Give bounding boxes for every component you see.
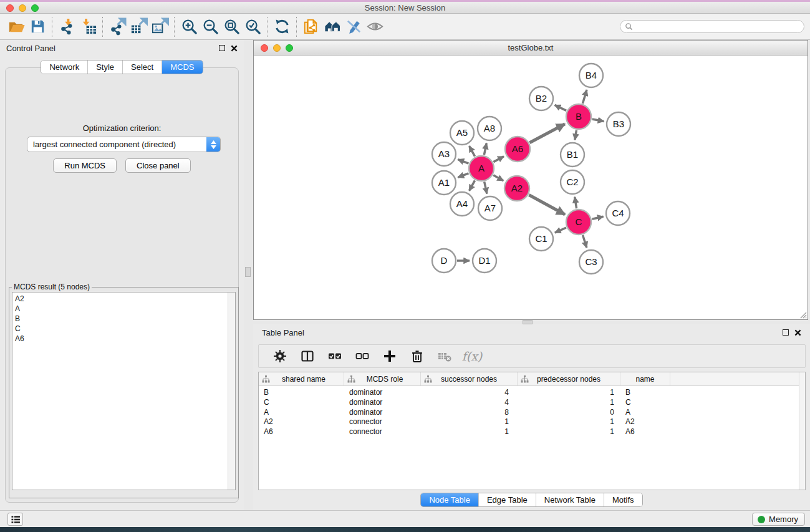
float-panel-icon[interactable] (783, 329, 789, 336)
export-table-button[interactable] (128, 17, 149, 37)
mcds-result-list[interactable]: A2ABCA6 (12, 292, 236, 490)
tab-network-table[interactable]: Network Table (536, 493, 604, 506)
zoom-traffic-light[interactable] (286, 44, 293, 52)
open-session-button[interactable] (6, 17, 27, 37)
result-item[interactable]: B (15, 314, 235, 324)
table-row[interactable]: A6connector11A6 (259, 427, 805, 437)
column-header-mcds-role[interactable]: MCDS role (344, 372, 421, 385)
zoom-selected-button[interactable] (242, 17, 263, 37)
close-traffic-light[interactable] (6, 4, 14, 12)
edge-A-A3[interactable] (458, 160, 468, 164)
result-item[interactable]: A2 (15, 294, 235, 304)
table-row[interactable]: Cdominator41C (259, 398, 805, 408)
task-history-button[interactable] (7, 513, 23, 526)
edge-A-A7[interactable] (485, 181, 487, 193)
node-D1[interactable]: D1 (473, 249, 496, 273)
node-A3[interactable]: A3 (432, 142, 456, 166)
table-row[interactable]: Bdominator41B (259, 388, 805, 398)
tab-style[interactable]: Style (87, 60, 122, 74)
add-column-button[interactable] (376, 347, 403, 365)
edge-B-B1[interactable] (575, 130, 577, 140)
table-scrollbar[interactable] (799, 372, 805, 490)
delete-column-button[interactable] (403, 347, 431, 365)
result-item[interactable]: A6 (15, 334, 235, 344)
edge-B-B4[interactable] (582, 90, 587, 104)
edge-B-B3[interactable] (592, 119, 604, 122)
zoom-fit-button[interactable] (221, 17, 242, 37)
export-image-button[interactable] (149, 17, 170, 37)
node-B4[interactable]: B4 (579, 64, 603, 87)
tab-network[interactable]: Network (41, 60, 87, 74)
search-field[interactable] (620, 20, 804, 33)
node-A8[interactable]: A8 (478, 117, 501, 140)
column-header-successor-nodes[interactable]: successor nodes (421, 372, 518, 385)
node-A4[interactable]: A4 (450, 192, 474, 216)
edge-A2-C[interactable] (529, 195, 565, 215)
node-C3[interactable]: C3 (579, 250, 603, 274)
node-D[interactable]: D (432, 249, 456, 273)
vertical-splitter-handle[interactable] (245, 267, 251, 277)
column-header-predecessor-nodes[interactable]: predecessor nodes (518, 372, 620, 385)
edge-A-A4[interactable] (469, 180, 475, 191)
node-A1[interactable]: A1 (432, 171, 456, 195)
tab-mcds[interactable]: MCDS (162, 60, 202, 74)
tab-edge-table[interactable]: Edge Table (478, 493, 536, 506)
result-item[interactable]: A (15, 304, 235, 314)
edge-B-B2[interactable] (555, 105, 567, 110)
close-panel-button[interactable]: Close panel (125, 158, 191, 173)
import-network-button[interactable] (56, 17, 77, 37)
function-builder-button[interactable]: f(x) (458, 347, 486, 365)
search-input[interactable] (633, 21, 804, 32)
show-network-views-button[interactable] (322, 17, 343, 37)
delete-table-button[interactable] (431, 347, 458, 365)
node-A6[interactable]: A6 (505, 137, 530, 162)
edge-C-C1[interactable] (555, 228, 566, 233)
result-scrollbar[interactable] (228, 293, 235, 490)
edge-A-A5[interactable] (469, 146, 475, 157)
node-A7[interactable]: A7 (478, 196, 502, 220)
node-C[interactable]: C (566, 210, 591, 235)
zoom-traffic-light[interactable] (31, 4, 39, 12)
tab-motifs[interactable]: Motifs (604, 493, 642, 506)
horizontal-splitter-handle[interactable] (523, 320, 533, 324)
edge-C-C3[interactable] (583, 235, 587, 248)
memory-button[interactable]: Memory (752, 513, 805, 526)
run-mcds-button[interactable]: Run MCDS (53, 158, 117, 173)
node-B[interactable]: B (566, 104, 591, 129)
edge-A-A2[interactable] (493, 175, 503, 181)
result-item[interactable]: C (15, 324, 235, 334)
table-settings-button[interactable] (266, 347, 294, 365)
refresh-button[interactable] (271, 17, 292, 37)
import-table-button[interactable] (77, 17, 99, 37)
column-header-shared-name[interactable]: shared name (259, 372, 344, 385)
node-C4[interactable]: C4 (606, 201, 630, 225)
new-network-from-selection-button[interactable] (301, 17, 322, 37)
node-B1[interactable]: B1 (561, 143, 584, 167)
edge-C-C4[interactable] (592, 216, 603, 219)
network-canvas[interactable]: B4B2BB3A8A5A6A3B1AC2A1A2A4A7C4CC1DD1C3 (254, 56, 808, 319)
network-graph[interactable]: B4B2BB3A8A5A6A3B1AC2A1A2A4A7C4CC1DD1C3 (254, 56, 808, 319)
column-browser-button[interactable] (294, 347, 321, 365)
network-window-titlebar[interactable]: testGlobe.txt (254, 41, 808, 56)
node-B3[interactable]: B3 (607, 112, 630, 136)
table-row[interactable]: A2connector11A2 (259, 417, 805, 427)
table-row[interactable]: Adominator80A (259, 408, 805, 418)
deselect-all-button[interactable] (349, 347, 376, 365)
column-header-name[interactable]: name (620, 372, 670, 385)
close-panel-icon[interactable] (794, 329, 801, 336)
zoom-in-button[interactable] (178, 17, 200, 37)
node-C1[interactable]: C1 (529, 227, 553, 251)
node-A5[interactable]: A5 (450, 121, 474, 145)
annotation-mode-button[interactable] (343, 17, 364, 37)
edge-A-A8[interactable] (484, 143, 486, 155)
graphics-details-button[interactable] (364, 17, 385, 37)
resize-grip-icon[interactable] (798, 310, 807, 319)
save-session-button[interactable] (27, 17, 48, 37)
minimize-traffic-light[interactable] (19, 4, 26, 12)
float-panel-icon[interactable] (219, 45, 225, 51)
export-network-button[interactable] (107, 17, 128, 37)
edge-A-A1[interactable] (458, 173, 468, 178)
edge-A-A6[interactable] (493, 157, 504, 162)
edge-A6-B[interactable] (529, 124, 564, 143)
optimization-criterion-select[interactable]: largest connected component (directed) (27, 137, 221, 152)
